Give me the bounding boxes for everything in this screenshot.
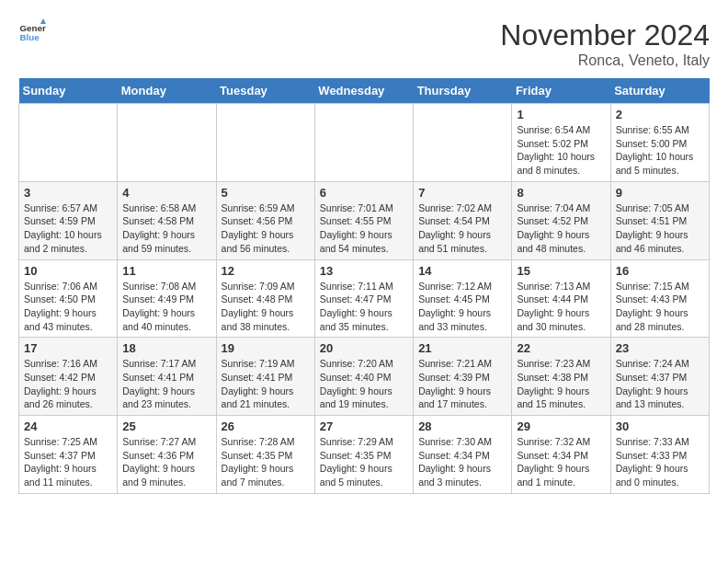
month-title: November 2024 [500,18,710,52]
day-info: Sunrise: 7:30 AM Sunset: 4:34 PM Dayligh… [418,435,506,489]
day-info: Sunrise: 7:27 AM Sunset: 4:36 PM Dayligh… [122,435,210,489]
day-info: Sunrise: 6:54 AM Sunset: 5:02 PM Dayligh… [517,123,605,178]
calendar-header-row: SundayMondayTuesdayWednesdayThursdayFrid… [19,78,710,104]
day-info: Sunrise: 7:08 AM Sunset: 4:49 PM Dayligh… [122,280,210,334]
calendar-cell: 1Sunrise: 6:54 AM Sunset: 5:02 PM Daylig… [512,104,610,182]
location: Ronca, Veneto, Italy [500,52,710,69]
day-info: Sunrise: 7:16 AM Sunset: 4:42 PM Dayligh… [24,357,112,411]
day-info: Sunrise: 7:04 AM Sunset: 4:52 PM Dayligh… [517,201,605,256]
calendar-body: 1Sunrise: 6:54 AM Sunset: 5:02 PM Daylig… [19,104,710,494]
day-number: 4 [122,186,210,200]
calendar-cell: 7Sunrise: 7:02 AM Sunset: 4:54 PM Daylig… [414,181,512,259]
day-number: 1 [517,108,605,121]
calendar-week-4: 24Sunrise: 7:25 AM Sunset: 4:37 PM Dayli… [19,416,710,494]
calendar-cell [19,104,118,182]
day-number: 20 [320,341,408,355]
day-number: 3 [24,186,112,200]
day-number: 2 [616,108,704,121]
calendar-cell: 19Sunrise: 7:19 AM Sunset: 4:41 PM Dayli… [216,338,314,416]
calendar-cell: 8Sunrise: 7:04 AM Sunset: 4:52 PM Daylig… [512,181,610,259]
day-number: 17 [24,341,112,355]
calendar-cell: 24Sunrise: 7:25 AM Sunset: 4:37 PM Dayli… [19,416,118,494]
day-info: Sunrise: 7:13 AM Sunset: 4:44 PM Dayligh… [517,280,605,334]
day-info: Sunrise: 6:57 AM Sunset: 4:59 PM Dayligh… [24,201,112,256]
day-number: 5 [222,186,310,200]
day-number: 23 [616,341,704,355]
day-info: Sunrise: 7:21 AM Sunset: 4:39 PM Dayligh… [418,357,506,411]
calendar-week-0: 1Sunrise: 6:54 AM Sunset: 5:02 PM Daylig… [19,104,710,182]
day-info: Sunrise: 7:02 AM Sunset: 4:54 PM Dayligh… [418,201,506,256]
day-number: 29 [517,419,605,433]
calendar-cell: 18Sunrise: 7:17 AM Sunset: 4:41 PM Dayli… [118,338,216,416]
day-header-monday: Monday [118,78,216,104]
calendar-cell: 26Sunrise: 7:28 AM Sunset: 4:35 PM Dayli… [216,416,314,494]
calendar-cell: 13Sunrise: 7:11 AM Sunset: 4:47 PM Dayli… [314,259,413,338]
day-header-sunday: Sunday [19,78,118,104]
day-info: Sunrise: 7:06 AM Sunset: 4:50 PM Dayligh… [24,280,112,334]
day-number: 6 [320,186,408,200]
day-info: Sunrise: 7:25 AM Sunset: 4:37 PM Dayligh… [24,435,112,489]
calendar-cell: 12Sunrise: 7:09 AM Sunset: 4:48 PM Dayli… [216,259,314,338]
day-number: 8 [517,186,605,200]
svg-text:Blue: Blue [20,32,40,42]
calendar-cell: 30Sunrise: 7:33 AM Sunset: 4:33 PM Dayli… [610,416,709,494]
calendar-week-3: 17Sunrise: 7:16 AM Sunset: 4:42 PM Dayli… [19,338,710,416]
day-info: Sunrise: 6:58 AM Sunset: 4:58 PM Dayligh… [122,201,210,256]
calendar-cell [314,104,413,182]
day-header-friday: Friday [512,78,610,104]
day-number: 24 [24,419,112,433]
day-number: 22 [517,341,605,355]
day-info: Sunrise: 7:24 AM Sunset: 4:37 PM Dayligh… [616,357,704,411]
day-number: 25 [122,419,210,433]
svg-text:General: General [20,23,47,33]
calendar-cell: 11Sunrise: 7:08 AM Sunset: 4:49 PM Dayli… [118,259,216,338]
day-info: Sunrise: 6:59 AM Sunset: 4:56 PM Dayligh… [222,201,310,256]
calendar-cell: 10Sunrise: 7:06 AM Sunset: 4:50 PM Dayli… [19,259,118,338]
day-info: Sunrise: 7:32 AM Sunset: 4:34 PM Dayligh… [517,435,605,489]
calendar-cell: 28Sunrise: 7:30 AM Sunset: 4:34 PM Dayli… [414,416,512,494]
calendar-cell [414,104,512,182]
calendar-cell: 22Sunrise: 7:23 AM Sunset: 4:38 PM Dayli… [512,338,610,416]
calendar-cell: 20Sunrise: 7:20 AM Sunset: 4:40 PM Dayli… [314,338,413,416]
day-header-thursday: Thursday [414,78,512,104]
day-info: Sunrise: 7:11 AM Sunset: 4:47 PM Dayligh… [320,280,408,334]
day-info: Sunrise: 7:05 AM Sunset: 4:51 PM Dayligh… [616,201,704,256]
day-header-tuesday: Tuesday [216,78,314,104]
day-number: 14 [418,264,506,278]
day-number: 21 [418,341,506,355]
calendar-cell: 27Sunrise: 7:29 AM Sunset: 4:35 PM Dayli… [314,416,413,494]
calendar-cell: 2Sunrise: 6:55 AM Sunset: 5:00 PM Daylig… [610,104,709,182]
day-number: 10 [24,264,112,278]
calendar-cell: 16Sunrise: 7:15 AM Sunset: 4:43 PM Dayli… [610,259,709,338]
calendar-cell: 21Sunrise: 7:21 AM Sunset: 4:39 PM Dayli… [414,338,512,416]
calendar-cell: 23Sunrise: 7:24 AM Sunset: 4:37 PM Dayli… [610,338,709,416]
day-number: 16 [616,264,704,278]
calendar-week-1: 3Sunrise: 6:57 AM Sunset: 4:59 PM Daylig… [19,181,710,259]
calendar-cell: 6Sunrise: 7:01 AM Sunset: 4:55 PM Daylig… [314,181,413,259]
day-number: 26 [222,419,310,433]
logo-icon: General Blue [18,18,46,46]
day-number: 12 [222,264,310,278]
day-info: Sunrise: 7:23 AM Sunset: 4:38 PM Dayligh… [517,357,605,411]
day-info: Sunrise: 7:09 AM Sunset: 4:48 PM Dayligh… [222,280,310,334]
svg-marker-2 [40,18,46,24]
day-number: 18 [122,341,210,355]
calendar-week-2: 10Sunrise: 7:06 AM Sunset: 4:50 PM Dayli… [19,259,710,338]
logo: General Blue [18,18,46,46]
day-header-saturday: Saturday [610,78,709,104]
calendar-cell: 14Sunrise: 7:12 AM Sunset: 4:45 PM Dayli… [414,259,512,338]
day-info: Sunrise: 7:28 AM Sunset: 4:35 PM Dayligh… [222,435,310,489]
page-header: General Blue November 2024 Ronca, Veneto… [18,18,710,69]
calendar-cell: 17Sunrise: 7:16 AM Sunset: 4:42 PM Dayli… [19,338,118,416]
day-info: Sunrise: 7:12 AM Sunset: 4:45 PM Dayligh… [418,280,506,334]
day-number: 19 [222,341,310,355]
calendar-cell [216,104,314,182]
day-header-wednesday: Wednesday [314,78,413,104]
day-info: Sunrise: 7:15 AM Sunset: 4:43 PM Dayligh… [616,280,704,334]
day-number: 27 [320,419,408,433]
calendar-cell [118,104,216,182]
day-number: 28 [418,419,506,433]
day-number: 9 [616,186,704,200]
day-info: Sunrise: 7:29 AM Sunset: 4:35 PM Dayligh… [320,435,408,489]
calendar-table: SundayMondayTuesdayWednesdayThursdayFrid… [18,78,710,494]
